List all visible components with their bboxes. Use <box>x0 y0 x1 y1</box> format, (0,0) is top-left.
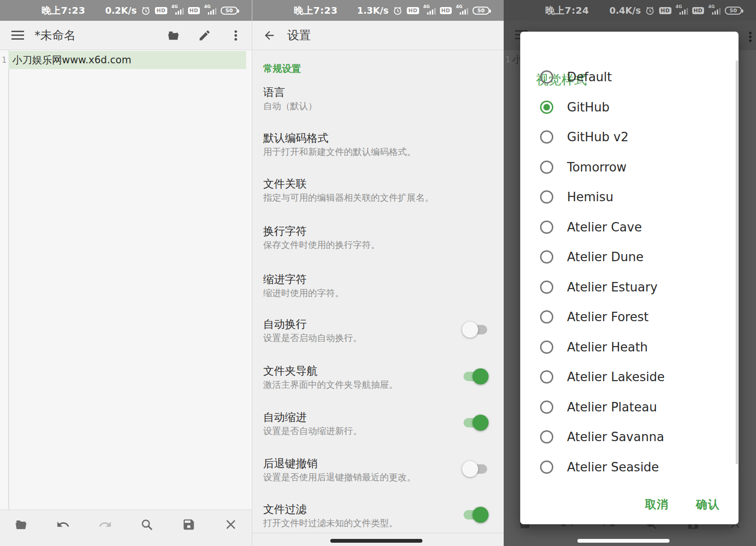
option-atelier-estuary[interactable]: Atelier Estuary <box>520 272 735 302</box>
home-indicator[interactable] <box>577 539 670 543</box>
redo-icon <box>98 518 112 531</box>
editor-bottom-toolbar <box>0 510 252 546</box>
option-atelier-savanna[interactable]: Atelier Savanna <box>520 422 735 452</box>
save-button[interactable] <box>180 515 198 534</box>
radio-icon[interactable] <box>540 461 553 474</box>
option-label: Atelier Dune <box>567 250 644 264</box>
home-indicator[interactable] <box>330 539 422 543</box>
setting-line-ending[interactable]: 换行字符 保存文件时使用的换行字符。 <box>263 224 489 251</box>
radio-icon[interactable] <box>540 130 553 144</box>
edit-button[interactable] <box>195 26 214 45</box>
setting-subtitle: 保存文件时使用的换行字符。 <box>263 239 489 251</box>
status-bar: 晚上7:23 1.3K/s HD 4G HD 4G 50 <box>252 0 504 21</box>
option-label: Atelier Lakeside <box>567 370 665 384</box>
battery-icon: 50 <box>472 7 490 15</box>
folder-nav-toggle[interactable] <box>462 368 489 384</box>
option-label: GitHub v2 <box>567 130 628 144</box>
file-filter-toggle[interactable] <box>462 507 489 523</box>
option-label: Atelier Savanna <box>567 430 664 444</box>
network-speed: 1.3K/s <box>357 5 389 16</box>
radio-icon[interactable] <box>540 310 553 324</box>
option-atelier-heath[interactable]: Atelier Heath <box>520 332 735 362</box>
option-label: Atelier Estuary <box>567 280 658 294</box>
undo-button[interactable] <box>53 515 72 534</box>
radio-icon[interactable] <box>540 161 553 174</box>
setting-auto-indent[interactable]: 自动缩进 设置是否自动缩进新行。 <box>263 410 489 437</box>
radio-icon[interactable] <box>540 101 553 114</box>
open-file-button[interactable] <box>11 515 30 534</box>
section-header: 常规设置 <box>263 62 301 75</box>
status-icons: 1.3K/s HD 4G HD 4G 50 <box>357 5 490 16</box>
line-number: 1 <box>0 55 9 65</box>
radio-icon[interactable] <box>540 281 553 294</box>
option-atelier-forest[interactable]: Atelier Forest <box>520 302 735 332</box>
redo-button-disabled[interactable] <box>95 515 114 534</box>
setting-file-filter[interactable]: 文件过滤 打开文件时过滤未知的文件类型。 <box>263 502 489 529</box>
signal-sim1-icon: 4G <box>676 5 688 16</box>
option-github-v2[interactable]: GitHub v2 <box>520 122 735 152</box>
radio-icon[interactable] <box>540 370 553 384</box>
setting-file-association[interactable]: 文件关联 指定与可用的编辑器相关联的文件扩展名。 <box>263 177 489 204</box>
network-speed: 0.2K/s <box>105 5 137 16</box>
setting-word-wrap[interactable]: 自动换行 设置是否启动自动换行。 <box>263 317 489 344</box>
menu-hamburger-icon[interactable] <box>11 31 24 40</box>
setting-subtitle: 缩进时使用的字符。 <box>263 287 489 299</box>
option-hemisu[interactable]: Hemisu <box>520 182 735 212</box>
text-editor-area[interactable]: 1 小刀娱乐网www.x6d.com <box>0 50 252 510</box>
dialog-scrollbar[interactable] <box>736 60 738 464</box>
radio-icon[interactable] <box>540 221 553 234</box>
open-folder-button[interactable] <box>164 26 183 45</box>
signal-sim1-icon: 4G <box>423 5 436 16</box>
option-atelier-plateau[interactable]: Atelier Plateau <box>520 392 735 422</box>
overflow-menu-button[interactable] <box>226 26 245 45</box>
option-label: Atelier Cave <box>567 220 642 234</box>
radio-icon[interactable] <box>540 70 553 84</box>
radio-icon[interactable] <box>540 341 553 354</box>
radio-icon[interactable] <box>540 190 553 204</box>
option-github[interactable]: GitHub <box>520 92 735 122</box>
option-atelier-seaside[interactable]: Atelier Seaside <box>520 452 735 482</box>
highlighted-line-text[interactable]: 小刀娱乐网www.x6d.com <box>9 51 246 69</box>
radio-icon[interactable] <box>540 401 553 414</box>
setting-subtitle: 指定与可用的编辑器相关联的文件扩展名。 <box>263 191 489 204</box>
search-button[interactable] <box>137 515 156 534</box>
pencil-icon <box>198 29 211 42</box>
setting-default-encoding[interactable]: 默认编码格式 用于打开和新建文件的默认编码格式。 <box>263 131 489 158</box>
setting-subtitle: 打开文件时过滤未知的文件类型。 <box>263 517 489 529</box>
option-label: Default <box>567 70 612 84</box>
setting-back-undo[interactable]: 后退键撤销 设置是否使用后退键撤销最近的更改。 <box>263 456 489 484</box>
alarm-clock-icon <box>141 6 151 16</box>
option-atelier-cave[interactable]: Atelier Cave <box>520 212 735 242</box>
signal-sim2-icon: 4G <box>204 5 216 16</box>
setting-folder-nav[interactable]: 文件夹导航 激活主界面中的文件夹导航抽屉。 <box>263 364 489 391</box>
auto-indent-toggle[interactable] <box>462 415 489 431</box>
option-label: Atelier Forest <box>567 310 649 324</box>
setting-indent-char[interactable]: 缩进字符 缩进时使用的字符。 <box>263 272 489 299</box>
status-icons: 0.2K/s HD 4G HD 4G 50 <box>105 5 238 16</box>
setting-language[interactable]: 语言 自动（默认） <box>263 85 489 112</box>
setting-title: 缩进字符 <box>263 272 489 286</box>
hd-volte-icon: HD <box>407 7 419 14</box>
close-button[interactable] <box>222 515 241 534</box>
search-icon <box>140 518 154 531</box>
option-atelier-dune[interactable]: Atelier Dune <box>520 242 735 272</box>
back-button[interactable] <box>260 26 279 45</box>
signal-sim1-icon: 4G <box>172 5 184 16</box>
dimmed-editor-line: 1 小 <box>504 53 522 66</box>
kebab-menu-icon <box>229 29 242 42</box>
back-undo-toggle[interactable] <box>462 461 489 477</box>
radio-icon[interactable] <box>540 250 553 264</box>
editor-line-1[interactable]: 1 小刀娱乐网www.x6d.com <box>0 51 252 69</box>
option-label: Atelier Plateau <box>567 400 657 414</box>
network-speed: 0.4K/s <box>610 5 641 16</box>
radio-icon[interactable] <box>540 430 553 444</box>
option-tomorrow[interactable]: Tomorrow <box>520 152 735 182</box>
floppy-save-icon <box>182 518 196 531</box>
option-atelier-lakeside[interactable]: Atelier Lakeside <box>520 362 735 392</box>
option-default[interactable]: Default <box>520 62 735 92</box>
word-wrap-toggle[interactable] <box>462 322 489 338</box>
signal-sim2-icon: 4G <box>708 5 721 16</box>
settings-screen: 晚上7:23 1.3K/s HD 4G HD 4G 50 设置 常规设置 语言 … <box>252 0 504 546</box>
cancel-button[interactable]: 取消 <box>645 497 669 512</box>
confirm-button[interactable]: 确认 <box>696 497 720 512</box>
